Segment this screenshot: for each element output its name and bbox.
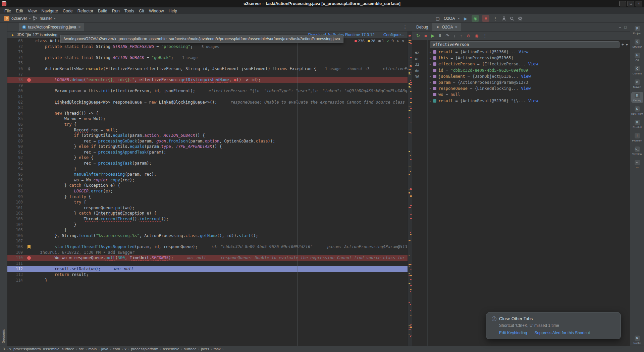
code-line[interactable]: 97 } catch (Exception e) { bbox=[7, 183, 408, 188]
menu-item-refactor[interactable]: Refactor bbox=[75, 8, 96, 14]
editor-gutter[interactable]: 93 bbox=[7, 161, 35, 166]
editor-gutter[interactable]: 63 bbox=[7, 38, 35, 44]
tool-strip-item-git[interactable]: GGit bbox=[631, 52, 643, 63]
menu-item-tools[interactable]: Tools bbox=[122, 8, 137, 14]
editor-gutter[interactable]: 103 bbox=[7, 216, 35, 222]
close-icon[interactable]: × bbox=[636, 1, 642, 6]
code-text[interactable]: rec = processingGoBack(param, gson.fromJ… bbox=[35, 138, 408, 144]
variable-row[interactable]: ▸responeQueue = {LinkedBlocking...View bbox=[428, 85, 630, 92]
stack-frame-item[interactable]: 36 bbox=[412, 74, 427, 80]
debug-panel-title[interactable]: Debug bbox=[412, 23, 432, 31]
step-over-icon[interactable]: ↷ bbox=[445, 33, 449, 38]
code-text[interactable]: try { bbox=[35, 199, 408, 205]
code-text[interactable]: } else if (StringUtils.equals(param.type… bbox=[35, 144, 408, 150]
breadcrumb-item[interactable]: main bbox=[88, 347, 97, 351]
breadcrumb-item[interactable]: java bbox=[101, 347, 108, 351]
editor-gutter[interactable]: 114 bbox=[7, 278, 35, 283]
code-text[interactable]: new Thread(() -> { bbox=[35, 111, 408, 116]
editor-gutter[interactable]: 91 bbox=[7, 150, 35, 155]
branch-selector[interactable]: master bbox=[40, 16, 52, 21]
expand-chevron-icon[interactable]: ▸ bbox=[428, 49, 433, 55]
editor-gutter[interactable]: 109 bbox=[7, 250, 35, 255]
code-line[interactable]: 91 rec = processingAppendTask(param); bbox=[7, 150, 408, 155]
editor-gutter[interactable]: 81 bbox=[7, 94, 35, 100]
breadcrumb-item[interactable]: task bbox=[214, 347, 221, 351]
gear-icon[interactable] bbox=[518, 16, 523, 21]
user-icon[interactable] bbox=[501, 16, 506, 21]
minimize-icon[interactable]: – bbox=[620, 1, 626, 6]
minimize-tool-window-icon[interactable]: – bbox=[619, 25, 621, 29]
code-line[interactable]: 92 } else { bbox=[7, 155, 408, 161]
code-text[interactable]: manualAfterProcessing(param, rec); bbox=[35, 172, 408, 177]
expand-chevron-icon[interactable]: ▸ bbox=[428, 73, 433, 79]
code-line[interactable]: 76@ ActionResult<Wo> execute(EffectivePe… bbox=[7, 66, 408, 72]
variable-row[interactable]: ▸effectivePerson = {EffectivePerso...Vie… bbox=[428, 61, 630, 67]
code-text[interactable]: Wo wo = new Wo(); bbox=[35, 116, 408, 122]
code-text[interactable]: startSignalThreadIfAsyncSupported(param,… bbox=[35, 244, 408, 250]
code-line[interactable]: 94 } bbox=[7, 166, 408, 172]
editor-gutter[interactable]: 77 bbox=[7, 72, 35, 77]
editor-gutter[interactable]: 102 bbox=[7, 211, 35, 216]
editor-gutter[interactable]: 99 bbox=[7, 194, 35, 200]
code-line[interactable]: 77 bbox=[7, 72, 408, 77]
resume-icon[interactable]: ▶ bbox=[431, 33, 435, 38]
editor-gutter[interactable]: 86 bbox=[7, 122, 35, 127]
tool-strip-item-restfull[interactable]: RRestfull bbox=[631, 119, 643, 130]
code-line[interactable]: 80 Param param = this.init(effectivePers… bbox=[7, 88, 408, 94]
code-text[interactable] bbox=[35, 238, 408, 244]
view-link[interactable]: View bbox=[528, 61, 538, 67]
mute-breakpoints-icon[interactable]: ⊘ bbox=[467, 33, 470, 38]
code-line[interactable]: 86 try { bbox=[7, 122, 408, 127]
debug-session-tab[interactable]: ▣ O2OA × bbox=[432, 23, 461, 31]
editor-gutter[interactable]: 111 bbox=[7, 261, 35, 267]
code-line[interactable]: 104 } bbox=[7, 222, 408, 228]
code-line[interactable]: 103 Thread.currentThread().interrupt(); bbox=[7, 216, 408, 222]
menu-item-git[interactable]: Git bbox=[137, 8, 147, 14]
stack-frame-item[interactable]: ex bbox=[412, 50, 427, 56]
expand-chevron-icon[interactable]: ▸ bbox=[428, 55, 433, 61]
maximize-icon[interactable]: □ bbox=[628, 1, 634, 6]
code-text[interactable]: wo = Wo.copier.copy(rec); bbox=[35, 177, 408, 183]
more-icon[interactable]: ⋮ bbox=[483, 33, 487, 38]
inspections-widget[interactable]: 236 28 1 ✓ 9 ∧ ∨ bbox=[355, 39, 404, 44]
editor-gutter[interactable]: 110 bbox=[7, 255, 35, 261]
editor-gutter[interactable]: 94 bbox=[7, 166, 35, 172]
code-line[interactable]: 90 } else if (StringUtils.equals(param.t… bbox=[7, 144, 408, 150]
editor-gutter[interactable]: 83 bbox=[7, 105, 35, 111]
code-line[interactable]: 87 Record rec = null; bbox=[7, 127, 408, 133]
code-text[interactable] bbox=[35, 60, 408, 66]
code-line[interactable]: 89 rec = processingGoBack(param, gson.fr… bbox=[7, 138, 408, 144]
code-line[interactable]: 93 rec = processingTask(param); bbox=[7, 161, 408, 166]
code-text[interactable]: Thread.currentThread().interrupt(); bbox=[35, 216, 408, 222]
code-text[interactable]: Record rec = null; bbox=[35, 127, 408, 133]
code-text[interactable]: LinkedBlockingQueue<Wo> responeQueue = n… bbox=[35, 100, 408, 105]
view-link[interactable]: View bbox=[519, 49, 528, 55]
prev-issue-icon[interactable]: ∧ bbox=[397, 39, 399, 43]
tool-strip-item-structur[interactable]: SStructur bbox=[631, 38, 643, 49]
code-line[interactable]: 82 LinkedBlockingQueue<Wo> responeQueue … bbox=[7, 100, 408, 105]
code-line[interactable]: 96 wo = Wo.copier.copy(rec); bbox=[7, 177, 408, 183]
tab-options-icon[interactable]: ⋮ bbox=[403, 24, 407, 30]
editor-tab[interactable]: C task/ActionProcessing.java × bbox=[19, 23, 84, 31]
editor-gutter[interactable]: 108 bbox=[7, 244, 35, 250]
variable-row[interactable]: ▸result = {ActionResult@51396} "{\...Vie… bbox=[428, 98, 630, 104]
code-text[interactable] bbox=[35, 105, 408, 111]
code-line[interactable]: 108 startSignalThreadIfAsyncSupported(pa… bbox=[7, 244, 408, 250]
configure-link[interactable]: Configure... bbox=[383, 33, 404, 37]
editor-gutter[interactable]: 76@ bbox=[7, 66, 35, 72]
tool-window-sequence[interactable]: Sequenc bbox=[1, 329, 5, 343]
editor-gutter[interactable]: 90 bbox=[7, 144, 35, 150]
code-line[interactable]: 101 responeQueue.put(wo); bbox=[7, 205, 408, 211]
expand-chevron-icon[interactable]: ▸ bbox=[428, 61, 433, 67]
code-text[interactable]: private static final String STRING_PROCE… bbox=[35, 44, 408, 50]
code-line[interactable]: 79 bbox=[7, 83, 408, 89]
variable-row[interactable]: ▸result = {ActionResult@51366}...View bbox=[428, 49, 630, 55]
view-breakpoints-icon[interactable]: ◉ bbox=[475, 33, 478, 38]
editor-gutter[interactable]: 74 bbox=[7, 55, 35, 61]
code-line[interactable]: 84 new Thread(() -> { bbox=[7, 111, 408, 116]
breadcrumb-item[interactable]: processplatform bbox=[131, 347, 158, 351]
suppress-alert-link[interactable]: Suppress Alert for this Shortcut bbox=[534, 331, 590, 335]
code-text[interactable]: if (StringUtils.equals(param.action, ACT… bbox=[35, 133, 408, 138]
editor-gutter[interactable]: 89 bbox=[7, 138, 35, 144]
editor-gutter[interactable]: 80 bbox=[7, 88, 35, 94]
